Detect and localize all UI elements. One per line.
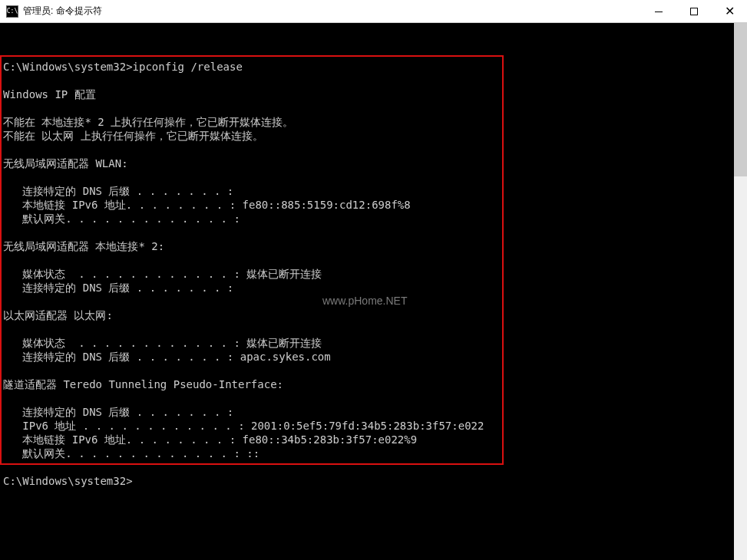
output-line: 不能在 以太网 上执行任何操作，它已断开媒体连接。	[3, 130, 263, 142]
minimize-button[interactable]	[641, 0, 676, 23]
minimize-icon	[655, 12, 663, 12]
terminal-output: C:\Windows\system32>ipconfig /release Wi…	[3, 60, 484, 488]
cmd-icon-text: C:\	[7, 8, 18, 15]
output-line: 本地链接 IPv6 地址. . . . . . . . : fe80::885:…	[3, 199, 411, 211]
adapter-header: 无线局域网适配器 本地连接* 2:	[3, 240, 164, 252]
adapter-header: 以太网适配器 以太网:	[3, 309, 113, 321]
scrollbar-thumb[interactable]	[734, 23, 747, 176]
cmd-icon: C:\	[6, 5, 18, 18]
output-line: 默认网关. . . . . . . . . . . . . :	[3, 212, 240, 225]
output-line: 连接特定的 DNS 后缀 . . . . . . . :	[3, 406, 233, 418]
vertical-scrollbar[interactable]	[734, 23, 747, 560]
prompt: C:\Windows\system32>	[3, 61, 133, 73]
command-input: ipconfig /release	[133, 61, 243, 73]
prompt: C:\Windows\system32>	[3, 475, 133, 487]
watermark-phome: www.pHome.NET	[322, 295, 407, 307]
close-button[interactable]: ✕	[712, 0, 747, 23]
window-titlebar: C:\ 管理员: 命令提示符 ✕	[0, 0, 747, 23]
output-line: IPv6 地址 . . . . . . . . . . . . : 2001:0…	[3, 420, 484, 432]
output-heading: Windows IP 配置	[3, 88, 96, 100]
output-line: 默认网关. . . . . . . . . . . . . : ::	[3, 447, 259, 460]
output-line: 不能在 本地连接* 2 上执行任何操作，它已断开媒体连接。	[3, 116, 293, 128]
terminal-area[interactable]: C:\Windows\system32>ipconfig /release Wi…	[0, 23, 747, 560]
maximize-icon	[690, 8, 698, 15]
output-line: 连接特定的 DNS 后缀 . . . . . . . :	[3, 185, 233, 197]
output-line: 连接特定的 DNS 后缀 . . . . . . . :	[3, 282, 233, 294]
output-line: 本地链接 IPv6 地址. . . . . . . . : fe80::34b5…	[3, 433, 417, 446]
adapter-header: 无线局域网适配器 WLAN:	[3, 157, 128, 170]
output-line: 媒体状态 . . . . . . . . . . . . : 媒体已断开连接	[3, 268, 322, 280]
maximize-button[interactable]	[676, 0, 712, 23]
window-title: 管理员: 命令提示符	[23, 5, 102, 18]
output-line: 连接特定的 DNS 后缀 . . . . . . . : apac.sykes.…	[3, 351, 331, 363]
output-line: 媒体状态 . . . . . . . . . . . . : 媒体已断开连接	[3, 337, 322, 349]
adapter-header: 隧道适配器 Teredo Tunneling Pseudo-Interface:	[3, 378, 283, 390]
window-controls: ✕	[641, 0, 747, 23]
close-icon: ✕	[725, 5, 735, 18]
